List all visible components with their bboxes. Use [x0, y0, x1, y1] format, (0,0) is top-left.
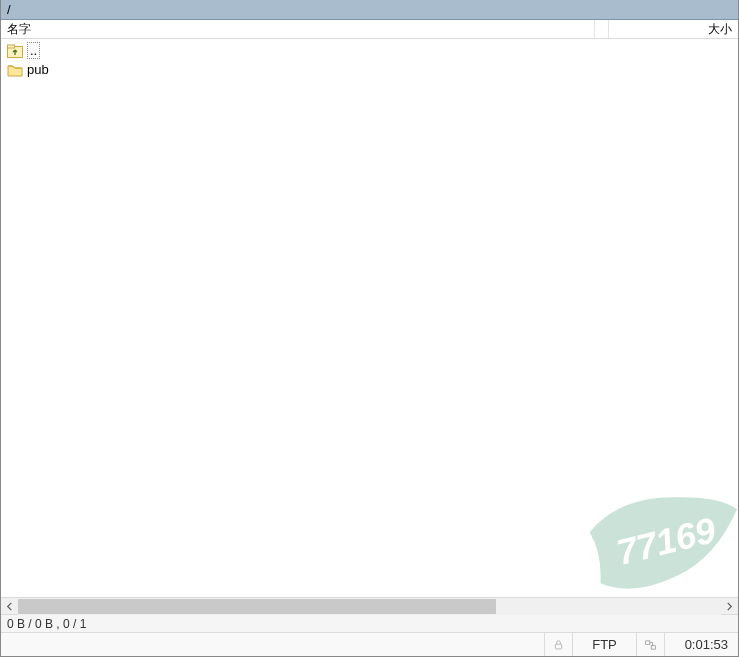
status-summary-text: 0 B / 0 B , 0 / 1: [7, 617, 86, 631]
svg-rect-4: [651, 645, 655, 648]
column-header-dropdown[interactable]: [595, 20, 609, 38]
svg-rect-2: [555, 644, 561, 649]
column-header-name-label: 名字: [7, 21, 31, 38]
column-header-row: 名字 大小: [1, 20, 738, 39]
scroll-right-button[interactable]: [721, 598, 738, 615]
svg-rect-1: [8, 45, 15, 48]
status-bar-summary: 0 B / 0 B , 0 / 1: [1, 614, 738, 632]
status-network-cell[interactable]: [636, 633, 664, 656]
svg-rect-3: [646, 640, 650, 643]
column-header-size-label: 大小: [708, 21, 732, 38]
parent-folder-icon: [7, 43, 23, 59]
lock-icon: [553, 638, 564, 652]
status-bar-footer: FTP 0:01:53: [1, 632, 738, 656]
scroll-thumb[interactable]: [18, 599, 496, 614]
list-item[interactable]: ..: [1, 41, 738, 60]
path-text: /: [7, 2, 11, 17]
network-icon: [645, 638, 656, 652]
status-footer-spacer: [1, 633, 544, 656]
status-protocol-cell[interactable]: FTP: [572, 633, 636, 656]
horizontal-scrollbar[interactable]: [1, 597, 738, 614]
path-bar[interactable]: /: [1, 0, 738, 20]
list-item-label: pub: [27, 62, 49, 77]
status-elapsed-cell: 0:01:53: [664, 633, 738, 656]
file-area: .. pub 77169: [1, 39, 738, 597]
status-lock-cell[interactable]: [544, 633, 572, 656]
scroll-track[interactable]: [18, 598, 721, 615]
chevron-down-icon: [601, 25, 602, 33]
chevron-left-icon: [5, 602, 14, 611]
column-header-size[interactable]: 大小: [609, 20, 738, 38]
list-item[interactable]: pub: [1, 60, 738, 79]
column-header-name[interactable]: 名字: [1, 20, 595, 38]
status-elapsed-text: 0:01:53: [685, 637, 728, 652]
scroll-left-button[interactable]: [1, 598, 18, 615]
status-protocol-text: FTP: [592, 637, 617, 652]
chevron-right-icon: [725, 602, 734, 611]
folder-icon: [7, 62, 23, 78]
file-list[interactable]: .. pub: [1, 39, 738, 597]
list-item-label: ..: [27, 42, 40, 59]
